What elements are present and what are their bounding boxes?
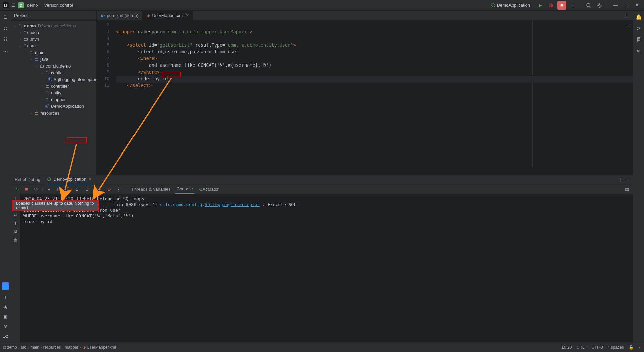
expand-icon[interactable]: › xyxy=(18,37,23,41)
build-tool-icon[interactable]: ▣ xyxy=(3,314,7,319)
rerun-button[interactable]: ↻ xyxy=(14,187,20,192)
tree-item-pkg[interactable]: ⌄ 🗀 com.fu.demo xyxy=(11,62,96,69)
close-icon[interactable]: ✕ xyxy=(186,13,189,18)
tree-item-java[interactable]: ⌄ 🗀 java xyxy=(11,56,96,62)
vcs-menu[interactable]: Version control ⌄ xyxy=(44,3,77,8)
tree-item-mvn[interactable]: › 🗀 .mvn xyxy=(11,36,96,42)
expand-icon[interactable]: ⌄ xyxy=(34,64,39,68)
expand-icon[interactable]: › xyxy=(18,31,23,34)
run-configuration[interactable]: DemoApplication ⌄ xyxy=(491,3,534,8)
bc-item[interactable]: ⬗ UserMapper.xml xyxy=(83,345,116,350)
print-icon[interactable]: 🖶 xyxy=(13,229,18,234)
step-over-button[interactable]: ⫿⫿ xyxy=(55,187,61,192)
maximize-icon[interactable]: ▢ xyxy=(622,1,631,10)
problems-tool-icon[interactable]: ⊘ xyxy=(4,324,7,329)
step-out-button[interactable]: ↥ xyxy=(74,187,80,192)
bc-item[interactable]: main xyxy=(31,345,39,350)
folder-icon: 🗀 xyxy=(28,50,34,55)
tab-rebel-debug[interactable]: Rebel Debug xyxy=(14,175,41,184)
close-icon[interactable]: ✕ xyxy=(88,177,91,181)
encoding[interactable]: UTF-8 xyxy=(592,345,603,350)
expand-icon[interactable]: › xyxy=(40,98,44,101)
scroll-up-icon[interactable]: ↑ xyxy=(14,196,17,201)
expand-icon[interactable]: ⌄ xyxy=(13,24,17,27)
hamburger-icon[interactable]: ☰ xyxy=(11,3,15,8)
expand-icon[interactable]: › xyxy=(40,91,44,94)
expand-icon[interactable]: › xyxy=(40,84,44,88)
debug-button[interactable]: 🐞 xyxy=(547,1,555,10)
resume-button[interactable]: ⟳ xyxy=(33,187,39,192)
code-content[interactable]: <mapper namespace="com.fu.demo.mapper.Us… xyxy=(113,21,633,175)
jrebel-icon[interactable]: 🌐 xyxy=(2,282,9,290)
tab-demoapp[interactable]: DemoApplication ✕ xyxy=(46,175,92,184)
editor-body[interactable]: ✓ 2 3 4 5 6 7 8 9 10 11 <mapper namespac… xyxy=(97,21,633,175)
bc-item[interactable]: resources xyxy=(43,345,61,350)
tree-item-main[interactable]: ⌄ 🗀 main xyxy=(11,49,96,56)
tree-item-config[interactable]: ⌄ 🗀 config xyxy=(11,69,96,76)
structure-tool-icon[interactable]: ⠿ xyxy=(4,37,7,43)
tree-item-idea[interactable]: › 🗀 .idea xyxy=(11,29,96,36)
bc-item[interactable]: mapper xyxy=(65,345,78,350)
minimize-icon[interactable]: — xyxy=(611,1,620,10)
git-tool-icon[interactable]: ⎇ xyxy=(3,334,8,339)
tree-item-entity[interactable]: › 🗀 entity xyxy=(11,89,96,96)
expand-icon[interactable]: ⌄ xyxy=(29,111,34,115)
more-icon[interactable]: ⋮ xyxy=(618,177,622,182)
expand-icon[interactable]: ⌄ xyxy=(18,44,23,47)
stop-button[interactable]: ■ xyxy=(557,1,566,10)
clear-icon[interactable]: 🗑 xyxy=(13,238,18,243)
wrap-icon[interactable]: ↩ xyxy=(14,213,17,218)
tree-item-controller[interactable]: › 🗀 controller xyxy=(11,83,96,89)
breakpoint-icon[interactable]: ● xyxy=(97,187,103,192)
expand-icon[interactable]: ⌄ xyxy=(40,71,44,74)
more-icon[interactable]: ⋮ xyxy=(115,187,121,192)
subtab-console[interactable]: Console xyxy=(175,184,194,194)
database-tool-icon[interactable]: 🗄 xyxy=(636,37,641,43)
project-header[interactable]: Project ⌄ xyxy=(11,11,96,21)
scroll-down-icon[interactable]: ↓ xyxy=(14,204,17,209)
layout-icon[interactable]: ▦ xyxy=(624,187,630,192)
tree-item-interceptor[interactable]: Ⓒ SqlLoggingInterceptor xyxy=(11,76,96,83)
more-tool-icon[interactable]: ⋯ xyxy=(3,48,8,54)
bc-item[interactable]: src xyxy=(21,345,26,350)
subtab-threads[interactable]: Threads & Variables xyxy=(130,184,172,194)
run-button[interactable]: ▶ xyxy=(536,1,545,10)
tab-usermapper[interactable]: ⬗ UserMapper.xml ✕ xyxy=(143,11,193,20)
pause-button[interactable]: ▸ xyxy=(46,187,52,192)
line-ending[interactable]: CRLF xyxy=(576,345,587,350)
tab-pom[interactable]: m pom.xml (demo) xyxy=(97,11,143,20)
bc-item[interactable]: □ demo xyxy=(3,345,17,350)
error-indicator-icon[interactable]: ● xyxy=(638,345,641,350)
tree-root[interactable]: ⌄ 🗀 demo D:\workspace\demo xyxy=(11,22,96,29)
more-icon[interactable]: ⋮ xyxy=(621,11,630,20)
close-icon[interactable]: ✕ xyxy=(633,1,641,10)
tree-item-mapper[interactable]: › 🗀 mapper xyxy=(11,96,96,103)
tree-item-src[interactable]: ⌄ 🗀 src xyxy=(11,42,96,49)
notifications-icon[interactable]: 🔔 xyxy=(636,14,642,20)
caret-position[interactable]: 10:20 xyxy=(561,345,572,350)
step-into-button[interactable]: ↧ xyxy=(65,187,71,192)
tree-item-app[interactable]: Ⓒ DemoApplication xyxy=(11,103,96,109)
indent[interactable]: 4 spaces xyxy=(608,345,624,350)
tree-item-resources[interactable]: ⌄ 🗀 resources xyxy=(11,109,96,116)
ai-tool-icon[interactable]: ⟳ xyxy=(637,26,641,32)
more-icon[interactable]: ⋮ xyxy=(568,1,577,10)
step-button[interactable]: ⤓ xyxy=(84,187,90,192)
console-output[interactable]: 2024-04-23 21:19:20 JRebel: Reloading SQ… xyxy=(20,194,633,342)
commit-tool-icon[interactable]: ⊚ xyxy=(3,25,8,31)
mute-breakpoints-button[interactable]: ⊘ xyxy=(106,187,112,192)
stop-button[interactable]: ■ xyxy=(23,187,30,192)
services-tool-icon[interactable]: ◉ xyxy=(4,304,7,309)
terminal-tool-icon[interactable]: T xyxy=(4,295,7,300)
maven-tool-icon[interactable]: m xyxy=(637,48,641,54)
search-icon[interactable] xyxy=(584,1,593,10)
project-menu[interactable]: demo ⌄ xyxy=(27,3,42,8)
project-tool-icon[interactable]: 🗀 xyxy=(3,14,8,20)
scroll-end-icon[interactable]: ⤓ xyxy=(14,221,17,226)
readonly-icon[interactable]: 🔓 xyxy=(629,345,634,350)
expand-icon[interactable]: ⌄ xyxy=(23,51,28,54)
settings-icon[interactable] xyxy=(595,1,604,10)
expand-icon[interactable]: ⌄ xyxy=(29,57,34,61)
subtab-actuator[interactable]: ⊙ Actuator xyxy=(198,184,220,194)
minimize-icon[interactable]: — xyxy=(626,177,630,182)
